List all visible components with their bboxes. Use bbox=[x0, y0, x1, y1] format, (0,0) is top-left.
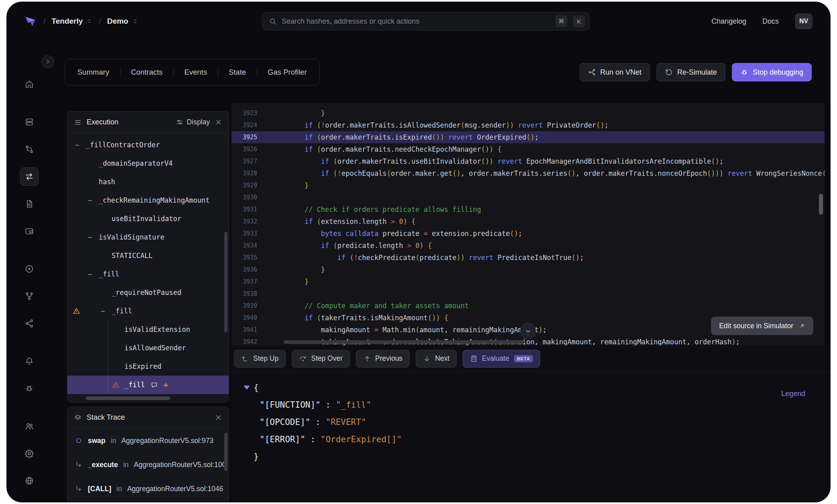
line-number[interactable]: 3941 bbox=[232, 324, 257, 336]
line-number[interactable]: 3923 bbox=[232, 107, 257, 119]
close-execution-button[interactable] bbox=[215, 118, 222, 126]
sidebar-fork-button[interactable] bbox=[20, 287, 39, 305]
step-over-button[interactable]: Step Over bbox=[292, 350, 350, 368]
sidebar-contract-button[interactable] bbox=[20, 195, 39, 213]
collapse-toggle[interactable]: − bbox=[88, 196, 92, 204]
execution-tree-item[interactable]: −_fill bbox=[67, 302, 229, 320]
stack-trace-item[interactable]: swapinAggregationRouterV5.sol:973 bbox=[67, 429, 229, 453]
code-line[interactable]: 3939 // Compute maker and taker assets a… bbox=[232, 300, 825, 312]
execution-tree-item[interactable]: −_fill bbox=[67, 265, 229, 283]
sidebar-play-button[interactable] bbox=[20, 260, 39, 278]
code-line[interactable]: 3923 } bbox=[232, 107, 825, 119]
execution-tree-item[interactable]: isExpired bbox=[67, 357, 229, 376]
execution-tree-item[interactable]: STATICCALL bbox=[67, 246, 229, 265]
sidebar-nodes-button[interactable] bbox=[20, 314, 39, 333]
execution-tree-item[interactable]: _requireNotPaused bbox=[67, 283, 229, 302]
execution-tree-item[interactable]: isValidExtension bbox=[67, 320, 229, 339]
line-number[interactable]: 3939 bbox=[232, 300, 257, 312]
sidebar-gear-button[interactable] bbox=[20, 444, 39, 463]
sidebar-bell-button[interactable] bbox=[20, 352, 39, 370]
line-number[interactable]: 3931 bbox=[232, 203, 257, 215]
edit-source-button[interactable]: Edit source in Simulator bbox=[711, 317, 813, 335]
execution-tree-item[interactable]: _domainSeparatorV4 bbox=[67, 154, 229, 173]
line-number[interactable]: 3927 bbox=[232, 155, 257, 167]
sidebar-swap-button[interactable] bbox=[20, 167, 39, 186]
line-number[interactable]: 3940 bbox=[232, 312, 257, 324]
stack-trace-item[interactable]: [CALL]inAggregationRouterV5.sol:1046 bbox=[67, 477, 229, 501]
stack-trace-scrollbar[interactable] bbox=[224, 433, 228, 471]
docs-link[interactable]: Docs bbox=[762, 17, 779, 26]
execution-vertical-scrollbar[interactable] bbox=[224, 232, 228, 332]
collapse-toggle[interactable]: − bbox=[88, 270, 92, 278]
collapse-toggle[interactable]: − bbox=[88, 233, 92, 241]
code-line[interactable]: 3935 if (!checkPredicate(predicate)) rev… bbox=[232, 252, 825, 264]
stop-debugging-button[interactable]: Stop debugging bbox=[732, 63, 812, 81]
sidebar-home-button[interactable] bbox=[20, 75, 39, 93]
comment-icon[interactable] bbox=[150, 381, 158, 389]
scroll-to-line-button[interactable] bbox=[520, 323, 536, 339]
run-on-vnet-button[interactable]: Run on VNet bbox=[579, 63, 650, 81]
sidebar-layers-button[interactable] bbox=[20, 113, 39, 131]
global-search[interactable]: ⌘ K bbox=[262, 12, 589, 30]
line-number[interactable]: 3932 bbox=[232, 215, 257, 228]
next-button[interactable]: Next bbox=[416, 350, 457, 368]
tab-state[interactable]: State bbox=[218, 59, 257, 85]
legend-link[interactable]: Legend bbox=[781, 390, 805, 398]
code-line[interactable]: 3928 if (!epochEquals(order.maker.get(),… bbox=[232, 167, 825, 179]
line-number[interactable]: 3942 bbox=[232, 336, 257, 345]
execution-tree-item[interactable]: hash bbox=[67, 173, 229, 191]
add-comment-icon[interactable]: + bbox=[163, 380, 168, 390]
line-number[interactable]: 3936 bbox=[232, 264, 257, 276]
tab-gas-profiler[interactable]: Gas Profiler bbox=[257, 59, 318, 85]
collapse-caret-icon[interactable] bbox=[244, 386, 250, 390]
tab-events[interactable]: Events bbox=[173, 59, 218, 85]
code-line[interactable]: 3933 bytes calldata predicate = extensio… bbox=[232, 228, 825, 240]
sidebar-compare-button[interactable] bbox=[20, 140, 39, 159]
avatar[interactable]: NV bbox=[795, 13, 813, 29]
display-button[interactable]: Display bbox=[176, 118, 210, 126]
line-number[interactable]: 3924 bbox=[232, 119, 257, 131]
code-line[interactable]: 3937 } bbox=[232, 276, 825, 288]
tenderly-logo-icon[interactable] bbox=[23, 14, 37, 28]
code-line[interactable]: 3929 } bbox=[232, 179, 825, 191]
line-number[interactable]: 3937 bbox=[232, 276, 257, 288]
collapse-toggle[interactable]: − bbox=[101, 307, 105, 315]
code-line[interactable]: 3934 if (predicate.length > 0) { bbox=[232, 240, 825, 252]
line-number[interactable]: 3934 bbox=[232, 240, 257, 252]
breadcrumb-project[interactable]: Demo bbox=[107, 17, 138, 26]
previous-button[interactable]: Previous bbox=[356, 350, 410, 368]
code-line[interactable]: 3926 if (order.makerTraits.needCheckEpoc… bbox=[232, 143, 825, 155]
code-line[interactable]: 3936 } bbox=[232, 264, 825, 276]
code-line[interactable]: 3925 if (order.makerTraits.isExpired()) … bbox=[232, 131, 825, 143]
line-number[interactable]: 3933 bbox=[232, 228, 257, 240]
execution-tree-item[interactable]: −_checkRemainingMakingAmount bbox=[67, 191, 229, 209]
line-number[interactable]: 3928 bbox=[232, 167, 257, 179]
stack-trace-item[interactable]: _executeinAggregationRouterV5.sol:100 bbox=[67, 453, 229, 477]
editor-horizontal-scrollbar[interactable] bbox=[284, 340, 524, 344]
changelog-link[interactable]: Changelog bbox=[711, 17, 746, 26]
breadcrumb-org[interactable]: Tenderly bbox=[52, 17, 93, 26]
line-number[interactable]: 3929 bbox=[232, 179, 257, 191]
execution-tree-item[interactable]: _fill+ bbox=[67, 376, 229, 394]
code-line[interactable]: 3938 bbox=[232, 288, 825, 300]
editor-vertical-scrollbar[interactable] bbox=[819, 194, 823, 215]
execution-tree-item[interactable]: useBitInvalidator bbox=[67, 209, 229, 228]
search-input[interactable] bbox=[282, 17, 550, 26]
expand-sidebar-button[interactable] bbox=[41, 55, 54, 68]
evaluate-button[interactable]: EvaluateBETA bbox=[463, 350, 540, 368]
sidebar-users-button[interactable] bbox=[20, 417, 39, 435]
sidebar-bug-button[interactable] bbox=[20, 379, 39, 398]
execution-tree-item[interactable]: −_fillContractOrder bbox=[67, 136, 229, 154]
code-line[interactable]: 3931 // Check if orders predicate allows… bbox=[232, 203, 825, 215]
line-number[interactable]: 3935 bbox=[232, 252, 257, 264]
code-line[interactable]: 3930 bbox=[232, 191, 825, 203]
collapse-toggle[interactable]: − bbox=[75, 141, 79, 149]
code-line[interactable]: 3932 if (extension.length > 0) { bbox=[232, 215, 825, 228]
line-number[interactable]: 3926 bbox=[232, 143, 257, 155]
code-line[interactable]: 3924 if (!order.makerTraits.isAllowedSen… bbox=[232, 119, 825, 131]
tab-contracts[interactable]: Contracts bbox=[120, 59, 173, 85]
line-number[interactable]: 3925 bbox=[232, 131, 257, 143]
execution-tree-item[interactable]: isAllowedSender bbox=[67, 339, 229, 357]
resimulate-button[interactable]: Re-Simulate bbox=[656, 63, 725, 81]
execution-tree-item[interactable]: −isValidSignature bbox=[67, 228, 229, 246]
